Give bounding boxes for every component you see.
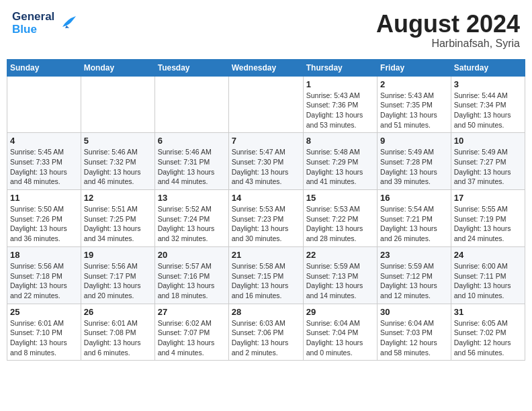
calendar-cell: 27Sunrise: 6:02 AMSunset: 7:07 PMDayligh… <box>154 304 228 361</box>
day-info: Sunrise: 5:53 AMSunset: 7:23 PMDaylight:… <box>232 204 300 244</box>
day-number: 13 <box>158 193 226 203</box>
week-row-4: 18Sunrise: 5:56 AMSunset: 7:18 PMDayligh… <box>7 246 525 304</box>
day-number: 6 <box>158 136 226 146</box>
calendar-cell <box>7 76 81 133</box>
calendar-cell: 1Sunrise: 5:43 AMSunset: 7:36 PMDaylight… <box>303 76 377 133</box>
calendar-cell: 30Sunrise: 6:04 AMSunset: 7:03 PMDayligh… <box>378 304 451 361</box>
logo-bird-icon <box>57 12 77 35</box>
day-info: Sunrise: 5:49 AMSunset: 7:28 PMDaylight:… <box>380 147 448 187</box>
day-info: Sunrise: 5:45 AMSunset: 7:33 PMDaylight:… <box>10 147 78 187</box>
day-info: Sunrise: 5:54 AMSunset: 7:21 PMDaylight:… <box>380 204 448 244</box>
calendar-cell: 18Sunrise: 5:56 AMSunset: 7:18 PMDayligh… <box>7 246 81 304</box>
calendar-cell: 12Sunrise: 5:51 AMSunset: 7:25 PMDayligh… <box>81 190 154 247</box>
calendar-cell: 13Sunrise: 5:52 AMSunset: 7:24 PMDayligh… <box>154 190 228 247</box>
week-row-2: 4Sunrise: 5:45 AMSunset: 7:33 PMDaylight… <box>7 133 525 190</box>
calendar-cell: 16Sunrise: 5:54 AMSunset: 7:21 PMDayligh… <box>378 190 451 247</box>
calendar-cell: 15Sunrise: 5:53 AMSunset: 7:22 PMDayligh… <box>303 190 377 247</box>
day-info: Sunrise: 5:59 AMSunset: 7:12 PMDaylight:… <box>380 261 448 301</box>
day-number: 14 <box>232 193 300 203</box>
day-number: 19 <box>84 250 152 260</box>
day-info: Sunrise: 5:48 AMSunset: 7:29 PMDaylight:… <box>306 147 374 187</box>
calendar-cell: 6Sunrise: 5:46 AMSunset: 7:31 PMDaylight… <box>154 133 228 190</box>
calendar-cell: 8Sunrise: 5:48 AMSunset: 7:29 PMDaylight… <box>303 133 377 190</box>
day-number: 26 <box>84 307 152 317</box>
day-info: Sunrise: 5:53 AMSunset: 7:22 PMDaylight:… <box>306 204 374 244</box>
calendar-cell: 21Sunrise: 5:58 AMSunset: 7:15 PMDayligh… <box>228 246 303 304</box>
day-info: Sunrise: 6:01 AMSunset: 7:08 PMDaylight:… <box>84 318 152 358</box>
day-info: Sunrise: 6:03 AMSunset: 7:06 PMDaylight:… <box>232 318 300 358</box>
day-info: Sunrise: 5:43 AMSunset: 7:35 PMDaylight:… <box>380 91 448 130</box>
day-number: 23 <box>380 250 448 260</box>
day-info: Sunrise: 5:59 AMSunset: 7:13 PMDaylight:… <box>306 261 374 301</box>
calendar-cell: 7Sunrise: 5:47 AMSunset: 7:30 PMDaylight… <box>228 133 303 190</box>
calendar-cell: 26Sunrise: 6:01 AMSunset: 7:08 PMDayligh… <box>81 304 154 361</box>
day-number: 15 <box>306 193 374 203</box>
calendar-cell: 24Sunrise: 6:00 AMSunset: 7:11 PMDayligh… <box>451 246 525 304</box>
day-number: 1 <box>306 79 374 89</box>
day-number: 5 <box>84 136 152 146</box>
day-number: 16 <box>380 193 448 203</box>
calendar-cell: 20Sunrise: 5:57 AMSunset: 7:16 PMDayligh… <box>154 246 228 304</box>
calendar-cell: 5Sunrise: 5:46 AMSunset: 7:32 PMDaylight… <box>81 133 154 190</box>
day-number: 17 <box>454 193 522 203</box>
day-number: 11 <box>10 193 78 203</box>
day-number: 12 <box>84 193 152 203</box>
calendar-cell: 25Sunrise: 6:01 AMSunset: 7:10 PMDayligh… <box>7 304 81 361</box>
calendar-cell <box>81 76 154 133</box>
day-info: Sunrise: 6:04 AMSunset: 7:04 PMDaylight:… <box>306 318 374 358</box>
calendar-cell: 3Sunrise: 5:44 AMSunset: 7:34 PMDaylight… <box>451 76 525 133</box>
calendar-cell: 2Sunrise: 5:43 AMSunset: 7:35 PMDaylight… <box>378 76 451 133</box>
day-number: 25 <box>10 307 78 317</box>
day-info: Sunrise: 5:55 AMSunset: 7:19 PMDaylight:… <box>454 204 522 244</box>
calendar-cell: 14Sunrise: 5:53 AMSunset: 7:23 PMDayligh… <box>228 190 303 247</box>
day-number: 4 <box>10 136 78 146</box>
day-info: Sunrise: 5:52 AMSunset: 7:24 PMDaylight:… <box>158 204 226 244</box>
calendar-cell: 9Sunrise: 5:49 AMSunset: 7:28 PMDaylight… <box>378 133 451 190</box>
calendar-cell: 23Sunrise: 5:59 AMSunset: 7:12 PMDayligh… <box>378 246 451 304</box>
day-number: 27 <box>158 307 226 317</box>
day-info: Sunrise: 5:43 AMSunset: 7:36 PMDaylight:… <box>306 91 374 130</box>
logo-general: General <box>12 11 54 24</box>
day-info: Sunrise: 5:49 AMSunset: 7:27 PMDaylight:… <box>454 147 522 187</box>
page-header: General Blue August 2024 Harbinafsah, Sy… <box>7 7 525 54</box>
weekday-header-sunday: Sunday <box>7 59 81 76</box>
calendar-cell: 31Sunrise: 6:05 AMSunset: 7:02 PMDayligh… <box>451 304 525 361</box>
day-info: Sunrise: 5:58 AMSunset: 7:15 PMDaylight:… <box>232 261 300 301</box>
day-number: 2 <box>380 79 448 89</box>
calendar-cell: 29Sunrise: 6:04 AMSunset: 7:04 PMDayligh… <box>303 304 377 361</box>
day-info: Sunrise: 6:05 AMSunset: 7:02 PMDaylight:… <box>454 318 522 358</box>
weekday-header-tuesday: Tuesday <box>154 59 228 76</box>
day-info: Sunrise: 5:46 AMSunset: 7:31 PMDaylight:… <box>158 147 226 187</box>
calendar-cell: 11Sunrise: 5:50 AMSunset: 7:26 PMDayligh… <box>7 190 81 247</box>
week-row-3: 11Sunrise: 5:50 AMSunset: 7:26 PMDayligh… <box>7 190 525 247</box>
calendar-cell: 22Sunrise: 5:59 AMSunset: 7:13 PMDayligh… <box>303 246 377 304</box>
day-info: Sunrise: 5:56 AMSunset: 7:18 PMDaylight:… <box>10 261 78 301</box>
day-number: 7 <box>232 136 300 146</box>
day-number: 20 <box>158 250 226 260</box>
weekday-header-wednesday: Wednesday <box>228 59 303 76</box>
calendar-cell: 17Sunrise: 5:55 AMSunset: 7:19 PMDayligh… <box>451 190 525 247</box>
calendar-cell: 10Sunrise: 5:49 AMSunset: 7:27 PMDayligh… <box>451 133 525 190</box>
day-number: 3 <box>454 79 522 89</box>
day-info: Sunrise: 6:04 AMSunset: 7:03 PMDaylight:… <box>380 318 448 358</box>
calendar-cell <box>228 76 303 133</box>
day-number: 8 <box>306 136 374 146</box>
day-info: Sunrise: 5:50 AMSunset: 7:26 PMDaylight:… <box>10 204 78 244</box>
day-info: Sunrise: 5:44 AMSunset: 7:34 PMDaylight:… <box>454 91 522 130</box>
weekday-header-saturday: Saturday <box>451 59 525 76</box>
day-number: 29 <box>306 307 374 317</box>
weekday-header-monday: Monday <box>81 59 154 76</box>
day-info: Sunrise: 5:57 AMSunset: 7:16 PMDaylight:… <box>158 261 226 301</box>
day-info: Sunrise: 6:00 AMSunset: 7:11 PMDaylight:… <box>454 261 522 301</box>
calendar-cell: 19Sunrise: 5:56 AMSunset: 7:17 PMDayligh… <box>81 246 154 304</box>
day-number: 18 <box>10 250 78 260</box>
day-info: Sunrise: 6:01 AMSunset: 7:10 PMDaylight:… <box>10 318 78 358</box>
day-number: 24 <box>454 250 522 260</box>
day-info: Sunrise: 5:47 AMSunset: 7:30 PMDaylight:… <box>232 147 300 187</box>
day-info: Sunrise: 6:02 AMSunset: 7:07 PMDaylight:… <box>158 318 226 358</box>
calendar-cell <box>154 76 228 133</box>
location-title: Harbinafsah, Syria <box>376 38 520 50</box>
day-info: Sunrise: 5:56 AMSunset: 7:17 PMDaylight:… <box>84 261 152 301</box>
calendar-cell: 28Sunrise: 6:03 AMSunset: 7:06 PMDayligh… <box>228 304 303 361</box>
logo-blue: Blue <box>12 24 54 36</box>
